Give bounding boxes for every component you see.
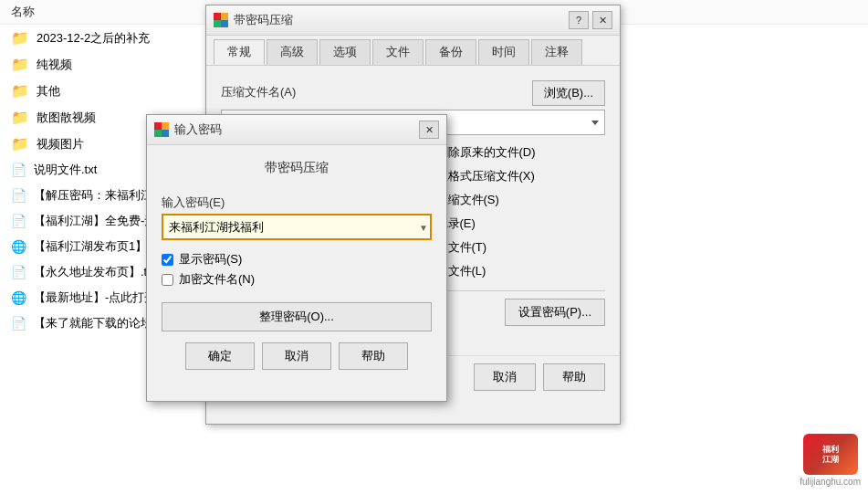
cancel-dialog-button[interactable]: 取消 — [262, 342, 331, 370]
svg-rect-3 — [221, 20, 228, 27]
help-window-button[interactable]: ? — [569, 11, 589, 29]
browse-button[interactable]: 浏览(B)... — [532, 80, 605, 106]
password-dialog: 输入密码 ✕ 带密码压缩 输入密码(E) ▼ 显示密码(S) 加密文件名(N) … — [146, 114, 447, 402]
password-options-group: 显示密码(S) 加密文件名(N) — [162, 251, 432, 288]
show-password-label: 显示密码(S) — [179, 251, 242, 268]
delete-original-label: 删除原来的文件(D) — [436, 144, 536, 161]
help-dialog-button[interactable]: 帮助 — [339, 342, 408, 370]
folder-icon: 📁 — [11, 56, 29, 73]
dialog-close-button[interactable]: ✕ — [419, 121, 439, 139]
svg-rect-1 — [221, 13, 228, 20]
organize-password-button[interactable]: 整理密码(O)... — [162, 302, 432, 331]
dialog-title-left: 输入密码 — [154, 121, 222, 138]
file-icon: 📄 — [11, 188, 26, 203]
dialog-actions: 确定 取消 帮助 — [162, 342, 432, 370]
set-password-button[interactable]: 设置密码(P)... — [505, 299, 605, 326]
winrar-titlebar: 带密码压缩 ? ✕ — [206, 5, 620, 36]
file-name: 散图散视频 — [37, 110, 96, 126]
file-icon: 📄 — [11, 214, 26, 228]
show-password-row: 显示密码(S) — [162, 251, 432, 268]
dialog-titlebar: 输入密码 ✕ — [147, 115, 446, 145]
file-name: 纯视频 — [37, 57, 72, 73]
file-name: 其他 — [37, 83, 60, 100]
winrar-title: 带密码压缩 — [234, 12, 293, 28]
file-name: 【永久地址发布页】.txt — [34, 264, 156, 280]
winrar-app-icon — [214, 13, 228, 27]
password-input-wrapper: ▼ — [162, 214, 432, 240]
folder-icon: 📁 — [11, 135, 29, 152]
close-window-button[interactable]: ✕ — [592, 11, 612, 29]
tab-general[interactable]: 常规 — [214, 39, 265, 65]
dropdown-arrow-icon — [591, 121, 599, 125]
watermark: 福利 江湖 fulijianghu.com — [800, 434, 861, 487]
password-field-row: 输入密码(E) ▼ — [162, 194, 432, 240]
window-controls: ? ✕ — [569, 11, 612, 29]
tab-options[interactable]: 选项 — [319, 39, 371, 65]
winrar-tabs: 常规 高级 选项 文件 备份 时间 注释 — [206, 36, 620, 66]
url-icon: 🌐 — [11, 290, 26, 305]
watermark-logo: 福利 江湖 — [803, 434, 858, 475]
txt-icon: 📄 — [11, 265, 26, 279]
tab-comment[interactable]: 注释 — [531, 39, 582, 65]
tab-backup[interactable]: 备份 — [425, 39, 476, 65]
dialog-app-icon — [154, 122, 169, 137]
title-left: 带密码压缩 — [214, 12, 293, 28]
file-name: 2023-12-2之后的补充 — [37, 30, 150, 47]
url-icon: 🌐 — [11, 239, 26, 254]
show-password-checkbox[interactable] — [162, 254, 173, 266]
encrypt-filename-row: 加密文件名(N) — [162, 271, 432, 288]
archive-name-label: 压缩文件名(A) — [221, 84, 296, 100]
tab-time[interactable]: 时间 — [478, 39, 529, 65]
folder-icon: 📁 — [11, 29, 29, 47]
dialog-heading: 带密码压缩 — [162, 160, 432, 176]
file-name: 视频图片 — [37, 136, 84, 152]
svg-rect-4 — [154, 122, 162, 130]
svg-rect-2 — [214, 20, 221, 27]
tab-advanced[interactable]: 高级 — [267, 39, 318, 65]
cancel-main-button[interactable]: 取消 — [474, 363, 536, 391]
svg-rect-0 — [214, 13, 221, 20]
folder-icon: 📁 — [11, 109, 29, 126]
txt-icon: 📄 — [11, 163, 26, 177]
file-name: 说明文件.txt — [34, 162, 97, 178]
tab-files[interactable]: 文件 — [372, 39, 424, 65]
encrypt-filename-label: 加密文件名(N) — [179, 271, 255, 288]
svg-rect-7 — [162, 130, 169, 137]
encrypt-filename-checkbox[interactable] — [162, 274, 173, 286]
file-icon: 📄 — [11, 316, 26, 331]
svg-rect-6 — [154, 130, 162, 137]
svg-rect-5 — [162, 122, 169, 130]
watermark-url: fulijianghu.com — [800, 477, 861, 487]
help-main-button[interactable]: 帮助 — [543, 363, 605, 391]
dialog-title: 输入密码 — [174, 121, 222, 138]
folder-icon: 📁 — [11, 82, 29, 100]
confirm-button[interactable]: 确定 — [185, 342, 255, 370]
password-input[interactable] — [162, 214, 432, 240]
password-label: 输入密码(E) — [162, 194, 432, 211]
dialog-content: 带密码压缩 输入密码(E) ▼ 显示密码(S) 加密文件名(N) 整理密码(O)… — [147, 145, 446, 384]
lock-archive-label: 压格式压缩文件(X) — [436, 168, 535, 184]
